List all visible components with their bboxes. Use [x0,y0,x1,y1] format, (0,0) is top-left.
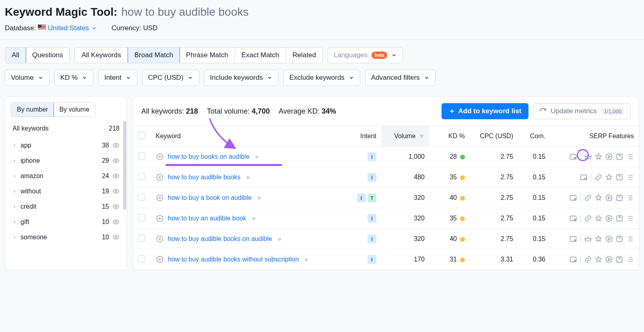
eye-icon[interactable] [112,203,120,210]
serp-play-icon[interactable] [605,194,613,202]
filter-exclude[interactable]: Exclude keywords [283,70,360,86]
row-checkbox[interactable] [138,255,145,262]
eye-icon[interactable] [112,234,120,241]
filter-advanced[interactable]: Advanced filters [365,70,436,86]
serp-star-icon[interactable] [594,214,603,222]
double-chevron-icon[interactable]: » [255,153,259,160]
serp-list-icon[interactable] [626,235,634,243]
add-to-keyword-list-button[interactable]: Add to keyword list [442,103,529,119]
serp-list-icon[interactable] [626,153,634,161]
keyword-link[interactable]: how to buy audible books [168,174,241,181]
serp-star-icon[interactable] [594,153,603,161]
serp-list-icon[interactable] [626,214,634,222]
serp-link-icon[interactable] [584,255,592,264]
sidebar-item[interactable]: without 19 [5,184,127,199]
sidebar-item[interactable]: app 38 [5,138,127,153]
sidebar-item[interactable]: credit 15 [5,199,127,214]
col-intent[interactable]: Intent [349,126,381,147]
sidebar-item[interactable]: gift 10 [5,214,127,230]
col-serp[interactable]: SERP Features [550,126,639,147]
serp-faq-icon[interactable] [615,255,623,264]
serp-serp-icon[interactable] [569,194,577,202]
keyword-link[interactable]: how to buy audible books on audible [168,235,272,243]
serp-star-icon[interactable] [594,194,603,202]
serp-serp-icon[interactable] [569,235,577,243]
eye-icon[interactable] [112,218,120,226]
serp-star-icon[interactable] [594,255,603,264]
col-volume[interactable]: Volume [381,126,429,147]
serp-play-icon[interactable] [605,153,613,161]
col-com[interactable]: Com. [518,126,550,147]
tab-questions[interactable]: Questions [26,48,70,63]
database-selector[interactable]: Database: United States [5,24,97,32]
serp-play-icon[interactable] [605,255,613,264]
double-chevron-icon[interactable]: » [278,235,281,243]
row-checkbox[interactable] [138,193,145,201]
eye-icon[interactable] [112,157,120,164]
tab-related[interactable]: Related [286,48,323,63]
tab-all[interactable]: All [5,47,26,63]
serp-crown-icon[interactable] [584,153,592,161]
expand-icon[interactable] [156,153,164,161]
col-keyword[interactable]: Keyword [151,126,349,147]
keyword-link[interactable]: how to buy books on audible [168,153,250,160]
filter-volume[interactable]: Volume [5,70,50,86]
serp-serp-icon[interactable] [569,214,577,222]
serp-link-icon[interactable] [584,194,592,202]
tab-by-number[interactable]: By number [11,102,54,117]
eye-icon[interactable] [112,142,120,149]
expand-icon[interactable] [156,194,164,202]
serp-serp-icon[interactable] [580,173,588,181]
tab-broad-match[interactable]: Broad Match [128,47,180,63]
row-checkbox[interactable] [138,234,145,242]
expand-icon[interactable] [156,255,164,264]
double-chevron-icon[interactable]: » [246,174,250,181]
sidebar-all-keywords[interactable]: All keywords 218 [5,123,127,138]
sidebar-item[interactable]: amazon 24 [5,168,127,184]
sidebar-scrollbar[interactable] [123,121,126,270]
double-chevron-icon[interactable]: » [257,194,261,201]
serp-faq-icon[interactable] [615,235,623,243]
serp-list-icon[interactable] [626,173,634,181]
keyword-link[interactable]: how to buy audible books without subscri… [168,256,299,263]
col-cpc[interactable]: CPC (USD) [470,126,518,147]
col-kd[interactable]: KD % [429,126,470,147]
sidebar-item[interactable]: someone 10 [5,230,127,245]
serp-faq-icon[interactable] [615,153,623,161]
serp-link-icon[interactable] [584,214,592,222]
serp-crown-icon[interactable] [584,235,592,243]
tab-phrase-match[interactable]: Phrase Match [180,48,235,63]
serp-star-icon[interactable] [605,173,613,181]
serp-list-icon[interactable] [626,255,634,264]
row-checkbox[interactable] [138,214,145,221]
expand-icon[interactable] [156,173,164,181]
row-checkbox[interactable] [138,173,145,180]
tab-exact-match[interactable]: Exact Match [235,48,286,63]
expand-icon[interactable] [156,235,164,243]
expand-icon[interactable] [156,214,164,222]
keyword-link[interactable]: how to buy an audible book [168,215,246,222]
serp-faq-icon[interactable] [615,173,623,181]
double-chevron-icon[interactable]: » [305,256,308,263]
serp-star-icon[interactable] [594,235,603,243]
serp-list-icon[interactable] [626,194,634,202]
sidebar-item[interactable]: iphone 29 [5,153,127,168]
filter-include[interactable]: Include keywords [204,70,279,86]
serp-play-icon[interactable] [605,235,613,243]
eye-icon[interactable] [112,188,120,195]
filter-intent[interactable]: Intent [98,70,137,86]
tab-by-volume[interactable]: By volume [54,103,95,116]
keyword-link[interactable]: how to buy a book on audible [168,194,252,201]
serp-serp-icon[interactable] [569,153,577,161]
update-metrics-button[interactable]: Update metrics 1/1,000 [533,103,631,119]
serp-link-icon[interactable] [594,173,603,181]
filter-kd[interactable]: KD % [54,70,93,86]
serp-faq-icon[interactable] [615,194,623,202]
select-all-checkbox[interactable] [138,132,145,139]
serp-play-icon[interactable] [605,214,613,222]
languages-dropdown[interactable]: Languages beta [328,47,403,63]
serp-faq-icon[interactable] [615,214,623,222]
eye-icon[interactable] [112,172,120,180]
row-checkbox[interactable] [138,152,145,160]
filter-cpc[interactable]: CPC (USD) [142,70,199,86]
